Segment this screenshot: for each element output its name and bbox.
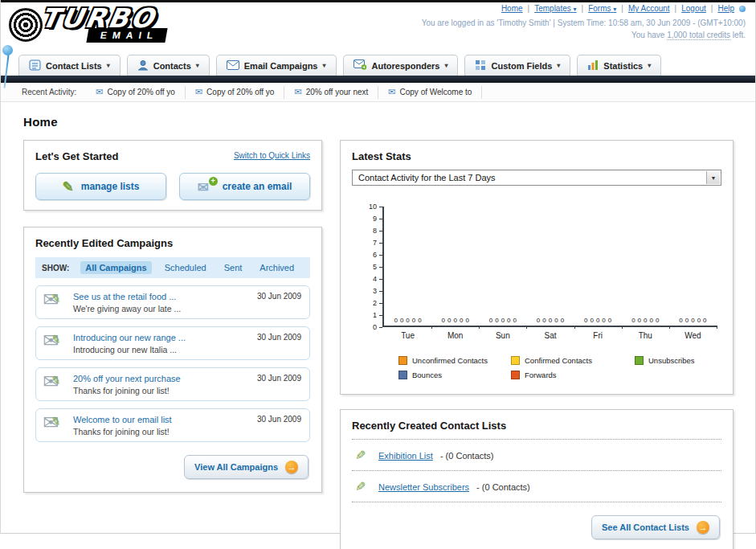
chart-day-label: Mon xyxy=(447,331,463,340)
chart-value-labels: 00000 xyxy=(679,317,706,324)
legend-swatch xyxy=(398,356,407,365)
chart-legend: Unconfirmed Contacts Confirmed Contacts … xyxy=(398,356,721,379)
chart-value-label: 0 xyxy=(460,317,463,324)
nav-link-home[interactable]: Home xyxy=(501,4,523,13)
page-title: Home xyxy=(23,115,733,129)
campaign-subtitle: Introducing our new Italia ... xyxy=(73,345,186,354)
campaign-filter-tab[interactable]: Archived xyxy=(255,261,299,274)
tab-autoresponders[interactable]: Autoresponders ▾ xyxy=(343,55,459,76)
stats-period-value: Contact Activity for the Last 7 Days xyxy=(358,173,496,182)
chart-value-label: 0 xyxy=(703,317,706,324)
chart-value-labels: 00000 xyxy=(584,317,611,324)
envelope-pencil-icon: ✉ ✎ xyxy=(43,373,67,395)
campaign-filter-tab[interactable]: All Campaigns xyxy=(80,261,151,274)
legend-item: Unsubscribes xyxy=(635,356,731,365)
campaign-title-link[interactable]: Welcome to our email list xyxy=(73,415,172,424)
campaign-title-link[interactable]: 20% off your next purchase xyxy=(73,374,181,383)
chart-group: 00000Fri xyxy=(574,207,622,326)
campaign-title-link[interactable]: See us at the retail food ... xyxy=(73,292,181,301)
legend-item: Unconfirmed Contacts xyxy=(398,356,501,365)
contact-list-count: - (0 Contacts) xyxy=(440,451,494,461)
contact-activity-chart: 109876543210 00000Tue00000Mon00000Sun000… xyxy=(362,207,717,327)
create-email-button[interactable]: ✉ + create an email xyxy=(179,173,310,200)
app-page: TURBO EMAIL Home Templates ▾ Forms ▾ My … xyxy=(0,0,756,534)
chart-value-labels: 00000 xyxy=(631,317,659,324)
chart-value-label: 0 xyxy=(590,317,593,324)
chart-value-label: 0 xyxy=(631,317,635,324)
chart-value-label: 0 xyxy=(537,317,540,324)
nav-link-forms[interactable]: Forms ▾ xyxy=(588,4,616,13)
recent-activity-label: Recent Activity: xyxy=(22,88,76,96)
nav-link-templates[interactable]: Templates ▾ xyxy=(534,4,576,13)
chart-value-labels: 00000 xyxy=(442,317,469,324)
campaign-filter-tab[interactable]: Scheduled xyxy=(160,261,211,274)
nav-link-my-account[interactable]: My Account xyxy=(628,4,670,13)
campaign-item[interactable]: ✉ ✎ Introducing our new range ... Introd… xyxy=(35,326,310,360)
recent-activity-item[interactable]: ✉ Copy of 20% off yo xyxy=(186,86,285,99)
contact-list-item[interactable]: ✎ Exhibition List - (0 Contacts) xyxy=(352,440,721,471)
chart-y-axis: 109876543210 xyxy=(362,207,382,327)
contact-list-link[interactable]: Newsletter Subscribers xyxy=(378,482,469,492)
campaign-filter-tabs: All Campaigns Scheduled Sent Archived xyxy=(80,261,299,274)
contact-lists: ✎ Exhibition List - (0 Contacts) ✎ Newsl… xyxy=(352,440,721,502)
campaign-list: ✉ ✎ See us at the retail food ... We're … xyxy=(35,285,310,442)
arrow-right-icon: → xyxy=(697,521,709,534)
envelope-pencil-icon: ✉ ✎ xyxy=(43,414,67,436)
separator xyxy=(528,4,530,13)
campaign-title-link[interactable]: Introducing our new range ... xyxy=(73,333,186,342)
campaigns-title: Recently Edited Campaigns xyxy=(35,237,310,249)
campaign-date: 30 Jun 2009 xyxy=(257,374,301,383)
chart-group: 00000Thu xyxy=(622,207,669,326)
latest-stats-title: Latest Stats xyxy=(352,150,721,162)
legend-item: Bounces xyxy=(398,371,501,379)
campaign-filter-tab[interactable]: Sent xyxy=(219,261,247,274)
recent-activity-item[interactable]: ✉ Copy of 20% off yo xyxy=(86,86,186,99)
envelope-plus-icon: ✉ + xyxy=(198,179,215,194)
manage-lists-button[interactable]: ✎ manage lists xyxy=(35,173,166,200)
tab-contact-lists[interactable]: Contact Lists ▾ xyxy=(18,55,121,76)
nav-link-help[interactable]: Help xyxy=(717,4,734,13)
campaign-item[interactable]: ✉ ✎ Welcome to our email list Thanks for… xyxy=(35,408,310,442)
tab-statistics[interactable]: Statistics ▾ xyxy=(577,55,661,76)
app-logo[interactable]: TURBO EMAIL xyxy=(9,5,218,48)
recently-edited-campaigns-panel: Recently Edited Campaigns SHOW: All Camp… xyxy=(23,227,322,493)
campaign-filter-bar: SHOW: All Campaigns Scheduled Sent Archi… xyxy=(35,257,310,278)
campaign-item[interactable]: ✉ ✎ See us at the retail food ... We're … xyxy=(35,285,310,319)
see-all-contact-lists-button[interactable]: See All Contact Lists → xyxy=(591,515,720,539)
switch-to-quick-links[interactable]: Switch to Quick Links xyxy=(234,151,310,160)
stats-period-select[interactable]: Contact Activity for the Last 7 Days ▼ xyxy=(352,170,721,186)
top-right-block: Home Templates ▾ Forms ▾ My Account Logo… xyxy=(422,4,746,39)
legend-label: Unconfirmed Contacts xyxy=(412,356,488,365)
legend-swatch xyxy=(511,356,520,365)
chart-value-label: 0 xyxy=(650,317,653,324)
tab-email-campaigns[interactable]: Email Campaigns ▾ xyxy=(216,55,337,76)
tab-contacts[interactable]: Contacts ▾ xyxy=(127,55,210,76)
chart-value-label: 0 xyxy=(453,317,456,324)
recent-activity-item[interactable]: ✉ Copy of Welcome to xyxy=(378,86,482,99)
chart-day-label: Wed xyxy=(684,331,701,340)
nav-link-logout[interactable]: Logout xyxy=(681,4,706,13)
credits-count[interactable]: 1,000 total credits xyxy=(667,31,730,40)
chart-value-label: 0 xyxy=(602,317,605,324)
campaign-date: 30 Jun 2009 xyxy=(257,415,301,424)
campaign-item[interactable]: ✉ ✎ 20% off your next purchase Thanks fo… xyxy=(35,367,310,401)
chevron-down-icon: ▾ xyxy=(613,6,616,13)
top-header: TURBO EMAIL Home Templates ▾ Forms ▾ My … xyxy=(1,0,755,51)
chart-value-label: 0 xyxy=(400,317,403,324)
contact-list-link[interactable]: Exhibition List xyxy=(378,451,433,461)
tab-custom-fields[interactable]: Custom Fields ▾ xyxy=(464,55,570,76)
latest-stats-panel: Latest Stats Contact Activity for the La… xyxy=(340,140,734,395)
chart-value-label: 0 xyxy=(549,317,552,324)
chart-value-label: 0 xyxy=(644,317,647,324)
contacts-icon xyxy=(137,59,149,72)
chart-value-label: 0 xyxy=(691,317,694,324)
chart-day-label: Fri xyxy=(593,331,603,340)
chart-value-labels: 00000 xyxy=(394,317,421,324)
view-all-campaigns-button[interactable]: View All Campaigns → xyxy=(184,455,309,479)
right-column: Latest Stats Contact Activity for the La… xyxy=(340,140,734,549)
recent-activity-item[interactable]: ✉ 20% off your next xyxy=(284,86,378,99)
chart-value-label: 0 xyxy=(596,317,599,324)
chart-day-label: Sun xyxy=(496,331,510,340)
chart-value-label: 0 xyxy=(447,317,451,324)
contact-list-item[interactable]: ✎ Newsletter Subscribers - (0 Contacts) xyxy=(352,471,721,502)
